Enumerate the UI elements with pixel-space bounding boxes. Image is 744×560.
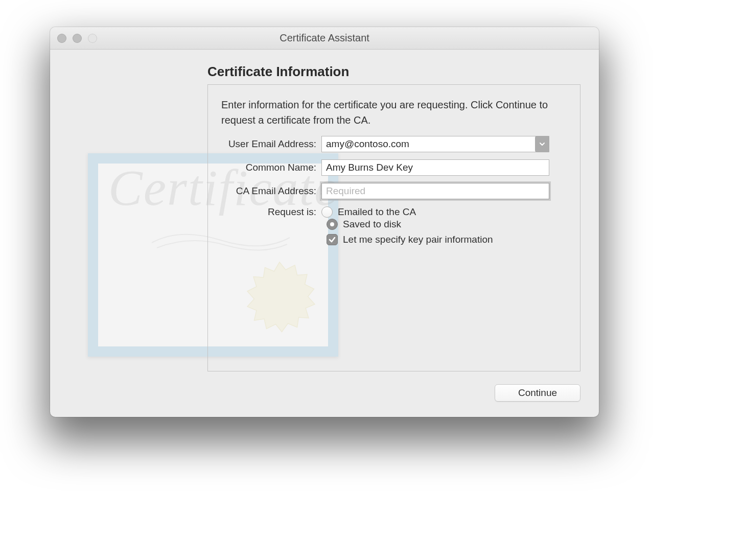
checkbox-specify-keypair-label: Let me specify key pair information: [343, 234, 493, 245]
radio-icon: [327, 219, 338, 230]
ca-email-label: CA Email Address:: [220, 185, 321, 197]
request-is-label: Request is:: [220, 206, 321, 218]
checkbox-specify-keypair[interactable]: Let me specify key pair information: [327, 234, 568, 245]
row-user-email: User Email Address:: [220, 136, 568, 152]
row-request-is: Request is: Emailed to the CA: [220, 206, 568, 218]
certificate-form: User Email Address: Common Name:: [208, 133, 580, 245]
radio-saved-to-disk[interactable]: Saved to disk: [327, 219, 568, 230]
common-name-label: Common Name:: [220, 162, 321, 173]
continue-button[interactable]: Continue: [495, 384, 580, 402]
ca-email-input[interactable]: [321, 183, 549, 199]
request-options-continued: Saved to disk Let me specify key pair in…: [220, 219, 568, 245]
certificate-assistant-window: Certificate Assistant Certificate Certif…: [50, 27, 599, 417]
radio-emailed-label: Emailed to the CA: [338, 206, 416, 218]
row-common-name: Common Name:: [220, 159, 568, 176]
user-email-label: User Email Address:: [220, 138, 321, 150]
radio-emailed-to-ca[interactable]: Emailed to the CA: [321, 206, 416, 218]
user-email-dropdown-button[interactable]: [535, 136, 549, 152]
instructions-text: Enter information for the certificate yo…: [208, 85, 580, 133]
common-name-input[interactable]: [321, 159, 549, 176]
window-controls: [57, 34, 97, 43]
user-email-combobox[interactable]: [321, 136, 549, 152]
checkbox-icon: [327, 234, 338, 245]
page-heading: Certificate Information: [207, 64, 349, 80]
titlebar: Certificate Assistant: [50, 27, 599, 50]
close-window-button[interactable]: [57, 34, 66, 43]
chevron-down-icon: [539, 141, 545, 147]
radio-saved-label: Saved to disk: [343, 219, 401, 230]
zoom-window-button[interactable]: [88, 34, 97, 43]
minimize-window-button[interactable]: [73, 34, 82, 43]
radio-icon: [321, 206, 333, 218]
row-ca-email: CA Email Address:: [220, 183, 568, 199]
form-panel: Enter information for the certificate yo…: [207, 84, 580, 371]
content-area: Certificate Certificate Information Ente…: [50, 50, 599, 417]
window-title: Certificate Assistant: [280, 32, 369, 44]
